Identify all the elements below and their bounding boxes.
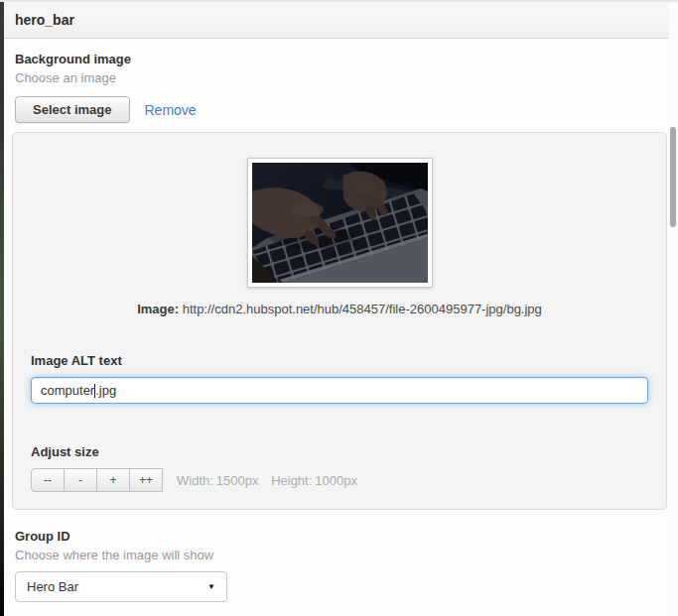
editor-content: hero_bar Background image Choose an imag… xyxy=(4,0,669,616)
dropdown-caret-icon: ▼ xyxy=(207,582,215,591)
image-alt-text-label: Image ALT text xyxy=(31,353,648,368)
size-decrease-large-button[interactable]: -- xyxy=(31,468,65,492)
laptop-typing-photo xyxy=(252,163,428,283)
width-label: Width: xyxy=(177,473,213,488)
group-id-helper: Choose where the image will show xyxy=(15,548,669,562)
height-value: 1000px xyxy=(315,473,357,488)
page-behind-strip xyxy=(0,0,4,616)
adjust-size-row: -- - + ++ Width:1500px Height:1000px xyxy=(31,468,648,492)
group-id-select[interactable]: Hero Bar ▼ xyxy=(15,571,227,602)
size-increase-button[interactable]: + xyxy=(96,468,130,492)
width-value: 1500px xyxy=(216,473,259,488)
size-decrease-button[interactable]: - xyxy=(64,468,97,492)
group-id-selected-option: Hero Bar xyxy=(27,579,78,594)
size-increase-large-button[interactable]: ++ xyxy=(129,468,163,492)
scrollbar[interactable] xyxy=(669,0,678,616)
group-id-label: Group ID xyxy=(15,529,669,544)
image-url-caption: Image: http://cdn2.hubspot.net/hub/45845… xyxy=(31,302,648,316)
image-url-caption-label: Image: xyxy=(137,302,179,316)
editor-body: Background image Choose an image Select … xyxy=(4,39,669,602)
remove-image-link[interactable]: Remove xyxy=(145,102,197,118)
image-dimensions-info: Width:1500px Height:1000px xyxy=(177,473,360,488)
group-id-section: Group ID Choose where the image will sho… xyxy=(15,529,669,602)
module-header: hero_bar xyxy=(4,0,669,39)
image-settings-panel: Image: http://cdn2.hubspot.net/hub/45845… xyxy=(12,132,667,510)
background-image-label: Background image xyxy=(15,52,669,66)
alt-text-after-cursor: .jpg xyxy=(95,383,116,398)
adjust-size-label: Adjust size xyxy=(31,444,648,459)
module-editor-window: hero_bar Background image Choose an imag… xyxy=(0,0,678,616)
image-preview-frame xyxy=(247,158,433,288)
scrollbar-thumb[interactable] xyxy=(670,127,676,227)
image-alt-text-input[interactable]: computer .jpg xyxy=(31,377,648,404)
window-top-strip xyxy=(0,0,678,2)
image-actions-row: Select image Remove xyxy=(15,96,669,123)
height-label: Height: xyxy=(271,473,312,488)
select-image-button[interactable]: Select image xyxy=(15,96,130,123)
alt-text-before-cursor: computer xyxy=(41,383,94,398)
module-title: hero_bar xyxy=(15,12,74,28)
image-url-value: http://cdn2.hubspot.net/hub/458457/file-… xyxy=(183,302,542,316)
background-image-helper: Choose an image xyxy=(15,70,669,85)
